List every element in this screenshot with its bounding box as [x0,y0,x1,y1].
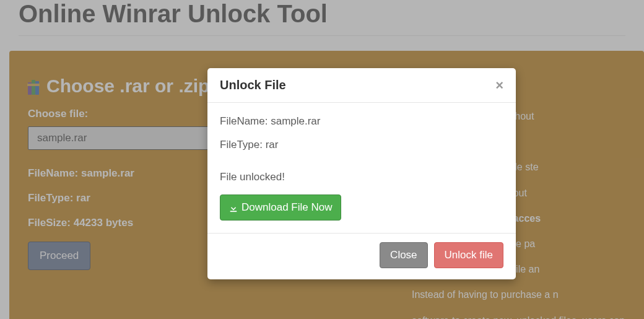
modal-filetype: FileType: rar [220,139,503,151]
close-icon[interactable]: × [495,79,503,92]
modal-header: Unlock File × [207,68,516,103]
download-label: Download File Now [242,201,332,214]
modal-title: Unlock File [220,78,286,92]
unlock-button[interactable]: Unlock file [434,242,503,268]
modal-unlocked-text: File unlocked! [220,171,503,183]
download-button[interactable]: Download File Now [220,194,341,221]
download-icon [229,203,238,212]
modal-footer: Close Unlock file [207,233,516,279]
unlock-modal: Unlock File × FileName: sample.rar FileT… [207,68,516,279]
modal-filename: FileName: sample.rar [220,115,503,128]
close-button[interactable]: Close [380,242,427,268]
modal-body: FileName: sample.rar FileType: rar File … [207,103,516,233]
